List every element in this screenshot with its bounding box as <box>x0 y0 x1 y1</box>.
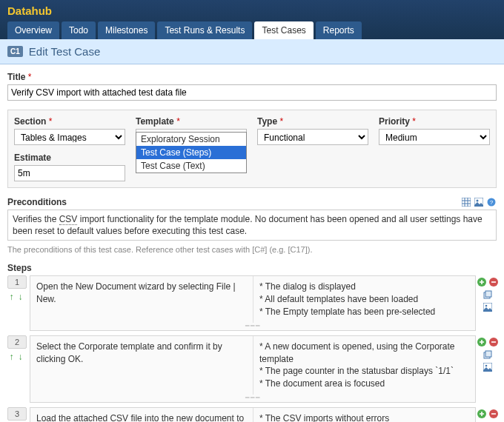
resize-grip-icon[interactable]: ━━━ <box>30 395 475 402</box>
tab-todo[interactable]: Todo <box>62 21 96 39</box>
step-expected[interactable]: * The dialog is displayed * All default … <box>253 276 475 322</box>
step-number: 3 <box>7 407 27 421</box>
title-input[interactable] <box>7 84 497 101</box>
estimate-input[interactable] <box>14 165 125 181</box>
help-icon[interactable]: ? <box>486 197 497 207</box>
svg-rect-0 <box>462 198 471 207</box>
nav-tabs: OverviewTodoMilestonesTest Runs & Result… <box>7 21 497 39</box>
page-title: Edit Test Case <box>29 45 100 58</box>
attach-icon[interactable] <box>483 349 493 360</box>
add-step-icon[interactable] <box>477 277 487 287</box>
priority-select[interactable]: Medium <box>379 129 490 145</box>
preconditions-label: Preconditions <box>7 197 67 207</box>
attach-icon[interactable] <box>483 289 493 300</box>
step-action[interactable]: Select the Corporate template and confir… <box>30 336 253 395</box>
delete-step-icon[interactable] <box>488 277 499 287</box>
move-down-icon[interactable] <box>19 352 25 361</box>
case-id-badge: C1 <box>7 46 23 57</box>
template-option[interactable]: Exploratory Session <box>136 133 246 146</box>
add-step-icon[interactable] <box>477 337 487 347</box>
preconditions-textarea[interactable]: Verifies the CSV import functionality fo… <box>7 210 497 241</box>
section-label: Section <box>14 116 46 127</box>
step-body: Open the New Document wizard by selectin… <box>30 275 476 330</box>
type-select[interactable]: Functional <box>257 129 368 145</box>
svg-point-20 <box>485 364 488 366</box>
svg-rect-12 <box>485 291 491 297</box>
add-step-icon[interactable] <box>477 409 487 419</box>
type-label: Type <box>257 116 277 127</box>
resize-grip-icon[interactable]: ━━━ <box>30 323 475 330</box>
image-icon[interactable] <box>474 197 484 207</box>
delete-step-icon[interactable] <box>488 337 499 347</box>
steps-label: Steps <box>7 263 497 273</box>
table-icon[interactable] <box>461 197 471 207</box>
tab-overview[interactable]: Overview <box>7 21 59 39</box>
svg-point-6 <box>477 200 479 202</box>
insert-image-icon[interactable] <box>483 302 493 312</box>
step-expected[interactable]: * A new document is opened, using the Co… <box>253 336 475 395</box>
step-row: 1Open the New Document wizard by selecti… <box>7 275 497 330</box>
tab-reports[interactable]: Reports <box>316 21 362 39</box>
move-up-icon[interactable] <box>10 352 16 361</box>
move-down-icon[interactable] <box>19 292 25 301</box>
required-marker: * <box>28 72 32 82</box>
svg-point-14 <box>485 305 488 307</box>
step-body: Load the attached CSV file into the new … <box>30 407 476 422</box>
brand-title: Datahub <box>7 4 497 21</box>
step-action[interactable]: Load the attached CSV file into the new … <box>30 408 253 422</box>
tab-test-cases[interactable]: Test Cases <box>254 21 313 39</box>
insert-image-icon[interactable] <box>483 362 493 372</box>
preconditions-hint: The preconditions of this test case. Ref… <box>7 245 497 254</box>
template-option[interactable]: Test Case (Text) <box>136 159 246 173</box>
svg-text:?: ? <box>490 199 494 206</box>
title-label: Title <box>7 72 25 82</box>
move-up-icon[interactable] <box>10 292 16 301</box>
step-number: 2 <box>7 335 27 349</box>
priority-label: Priority <box>379 116 410 127</box>
subheader: C1 Edit Test Case <box>0 39 504 64</box>
step-expected[interactable]: * The CSV imports without errors * All 8… <box>253 408 475 422</box>
step-number: 1 <box>7 275 27 289</box>
template-option[interactable]: Test Case (Steps) <box>136 146 246 159</box>
estimate-label: Estimate <box>14 153 51 163</box>
section-select[interactable]: Tables & Images <box>14 129 125 145</box>
step-body: Select the Corporate template and confir… <box>30 335 476 403</box>
step-row: 3Load the attached CSV file into the new… <box>7 407 497 422</box>
template-label: Template <box>136 116 174 127</box>
tab-milestones[interactable]: Milestones <box>98 21 155 39</box>
tab-test-runs-results[interactable]: Test Runs & Results <box>157 21 252 39</box>
svg-rect-18 <box>485 351 491 357</box>
field-grid: Section * Tables & Images Template * Tes… <box>7 110 497 188</box>
step-row: 2Select the Corporate template and confi… <box>7 335 497 403</box>
delete-step-icon[interactable] <box>488 409 499 419</box>
template-dropdown-list: Exploratory SessionTest Case (Steps)Test… <box>136 132 247 173</box>
step-action[interactable]: Open the New Document wizard by selectin… <box>30 276 253 322</box>
